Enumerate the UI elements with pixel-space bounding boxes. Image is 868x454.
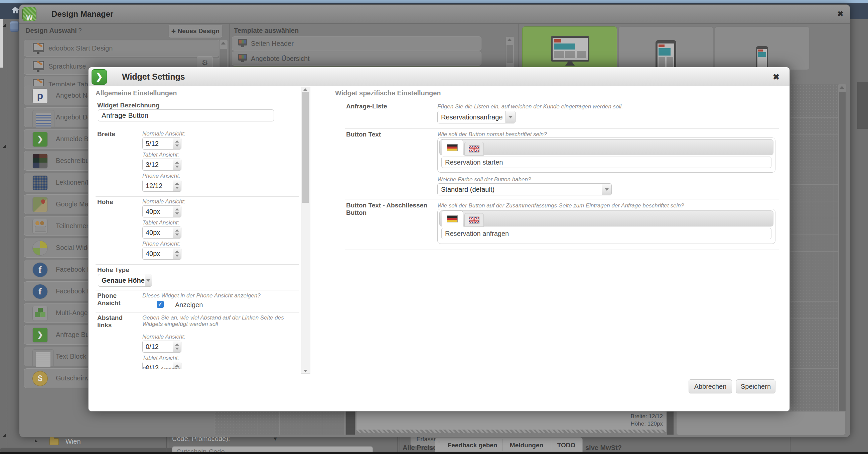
expand-arrow-icon[interactable] <box>3 433 6 437</box>
mini-columns <box>554 51 586 58</box>
folder-icon <box>50 438 59 445</box>
canvas-scrollbar-thumb[interactable] <box>346 411 355 434</box>
template-row-seiten-header[interactable]: Seiten Header <box>232 36 482 51</box>
scroll-up-icon[interactable] <box>507 38 512 41</box>
canvas-side-panel <box>676 411 846 435</box>
phone-ansicht-label: Phone Ansicht <box>97 292 137 307</box>
tablet-preview-tile[interactable] <box>618 26 713 70</box>
spin-up-icon[interactable] <box>175 250 179 253</box>
breite-tablet-spinner[interactable]: 3/12 <box>142 159 181 171</box>
hoehe-tablet-spinner[interactable]: 40px <box>142 227 181 238</box>
tab-english[interactable] <box>464 213 484 227</box>
template-auswaehlen-title: Template auswählen <box>234 27 299 34</box>
breite-phone-spinner[interactable]: 12/12 <box>142 180 181 192</box>
plus-icon: ✚ <box>172 28 176 34</box>
window-title: Design Manager <box>52 5 113 23</box>
abstand-normal-spinner[interactable]: 0/12 <box>142 341 181 352</box>
spinner-buttons[interactable] <box>173 341 181 352</box>
spin-down-icon[interactable] <box>175 212 179 215</box>
finish-button-text-label: Button Text - Abschliessen Button <box>346 202 433 217</box>
home-icon[interactable] <box>11 6 20 14</box>
spin-up-icon[interactable] <box>175 161 179 164</box>
resize-hatch[interactable] <box>356 430 666 433</box>
spinner-buttons[interactable] <box>173 138 181 149</box>
button-color-dropdown[interactable]: Standard (default) <box>437 183 612 195</box>
tree-item-wien[interactable]: Wien <box>65 437 81 445</box>
tree-expand-icon[interactable] <box>35 439 38 442</box>
person-glyph <box>40 221 44 225</box>
template-row-angebote-uebersicht[interactable]: Angebote Übersicht <box>232 52 482 65</box>
expand-arrow-icon[interactable] <box>3 144 6 148</box>
window-close-icon[interactable]: ✖ <box>837 5 843 23</box>
social-circle-icon <box>32 240 48 256</box>
expand-arrow-icon[interactable] <box>3 23 6 27</box>
hoehe-type-dropdown[interactable]: Genaue Höhe <box>98 274 152 287</box>
dropdown-arrow[interactable] <box>505 111 515 123</box>
neues-design-button[interactable]: ✚Neues Design <box>169 25 222 37</box>
neues-design-label: Neues Design <box>178 27 219 34</box>
divider <box>397 435 398 452</box>
scroll-up-icon[interactable] <box>221 42 225 45</box>
row-separator <box>96 290 299 290</box>
cancel-button[interactable]: Abbrechen <box>689 379 732 393</box>
spin-down-icon[interactable] <box>175 166 179 168</box>
spinner-buttons[interactable] <box>173 159 181 170</box>
breite-normal-spinner[interactable]: 5/12 <box>142 138 181 149</box>
tab-german[interactable] <box>442 139 463 155</box>
scroll-up-icon[interactable] <box>840 86 844 89</box>
spinner-value: 40px <box>143 248 173 259</box>
scrollbar-thumb[interactable] <box>302 92 309 203</box>
button-text-input-de[interactable] <box>441 157 771 168</box>
uk-flag-icon <box>469 145 479 152</box>
desktop-preview-tile[interactable] <box>522 26 617 70</box>
spinner-buttons[interactable] <box>173 206 181 217</box>
save-button[interactable]: Speichern <box>736 379 775 393</box>
scroll-up-icon[interactable] <box>303 88 307 91</box>
grip-icon[interactable]: ⁞⁞ <box>438 441 439 446</box>
spin-down-icon[interactable] <box>175 187 179 189</box>
anfrage-liste-dropdown[interactable]: Reservationsanfrage <box>437 111 516 123</box>
tab-todo[interactable]: TODO <box>551 437 582 453</box>
spinner-buttons[interactable] <box>173 180 181 191</box>
finish-button-text-input-de[interactable] <box>441 228 771 239</box>
general-column-scrollbar[interactable] <box>301 87 310 374</box>
spin-up-icon[interactable] <box>175 182 179 185</box>
modal-close-icon[interactable]: ✖ <box>773 72 779 82</box>
help-icon[interactable]: ? <box>78 27 82 34</box>
caret-down-icon <box>146 279 150 282</box>
design-row-edoobox-start-design[interactable]: edoobox Start Design <box>24 40 220 57</box>
tab-feedback-geben[interactable]: Feedback geben <box>443 437 502 453</box>
tab-german[interactable] <box>442 210 463 227</box>
scroll-down-icon[interactable] <box>303 370 307 372</box>
spinner-buttons[interactable] <box>173 227 181 238</box>
scrollbar-thumb[interactable] <box>220 49 227 69</box>
spin-up-icon[interactable] <box>175 229 179 231</box>
phone-preview-tile[interactable] <box>715 26 809 70</box>
scrollbar-thumb[interactable] <box>839 92 846 423</box>
row-separator <box>96 129 299 129</box>
modal-titlebar[interactable]: ❯ Widget Settings ✖ <box>89 67 789 86</box>
spin-down-icon[interactable] <box>175 233 179 236</box>
tab-meldungen[interactable]: Meldungen <box>502 437 551 453</box>
dropdown-value: Reservationsanfrage <box>438 111 505 123</box>
scrollbar-thumb[interactable] <box>506 45 513 63</box>
spin-up-icon[interactable] <box>175 140 179 143</box>
canvas-scrollbar[interactable] <box>838 84 847 434</box>
spin-down-icon[interactable] <box>175 255 179 257</box>
spin-down-icon[interactable] <box>175 348 179 350</box>
spin-up-icon[interactable] <box>175 343 179 346</box>
hoehe-phone-spinner[interactable]: 40px <box>142 248 181 260</box>
spin-up-icon[interactable] <box>175 208 179 210</box>
hoehe-normal-spinner[interactable]: 40px <box>142 205 181 218</box>
spin-down-icon[interactable] <box>175 144 179 147</box>
price-note-right: sive MwSt? <box>585 444 622 452</box>
spinner-buttons[interactable] <box>173 248 181 259</box>
window-titlebar[interactable]: W Design Manager ✖ <box>20 5 850 24</box>
monitor-stand <box>565 62 575 65</box>
dropdown-arrow[interactable] <box>145 274 152 286</box>
widget-name-input[interactable] <box>98 109 274 121</box>
dropdown-arrow[interactable] <box>602 184 612 195</box>
tab-english[interactable] <box>464 142 484 155</box>
language-tabstrip <box>439 210 773 227</box>
anzeigen-checkbox[interactable]: ✓ <box>157 301 164 308</box>
